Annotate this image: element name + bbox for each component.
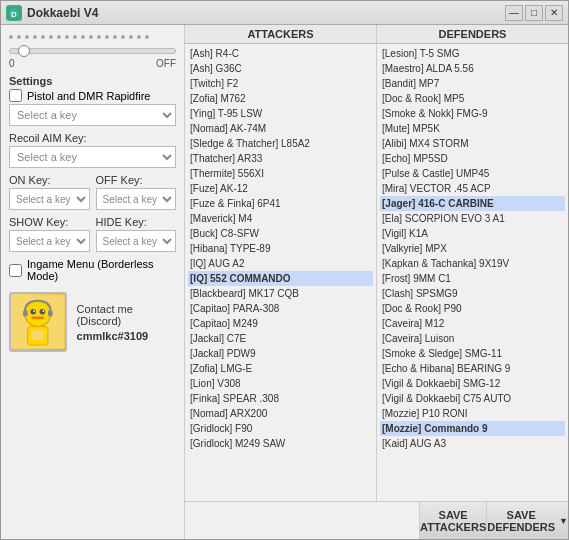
- slider-dots: [9, 33, 176, 41]
- attackers-list-item[interactable]: [Capitao] M249: [188, 316, 373, 331]
- attackers-list-item[interactable]: [Lion] V308: [188, 376, 373, 391]
- attackers-list-item[interactable]: [Twitch] F2: [188, 76, 373, 91]
- svg-point-3: [25, 301, 51, 327]
- attackers-list-item[interactable]: [Ash] G36C: [188, 61, 373, 76]
- attackers-list-item[interactable]: [Blackbeard] MK17 CQB: [188, 286, 373, 301]
- attackers-list-item[interactable]: [Jackal] PDW9: [188, 346, 373, 361]
- attackers-list-item[interactable]: [Gridlock] F90: [188, 421, 373, 436]
- main-window: D Dokkaebi V4 — □ ✕: [0, 0, 569, 540]
- on-key-select[interactable]: Select a key: [9, 188, 90, 210]
- attackers-list-item[interactable]: [Ying] T-95 LSW: [188, 106, 373, 121]
- slider-max: OFF: [156, 58, 176, 69]
- attackers-list-item[interactable]: [Gridlock] M249 SAW: [188, 436, 373, 451]
- borderless-checkbox[interactable]: [9, 264, 22, 277]
- attackers-list-item[interactable]: [Finka] SPEAR .308: [188, 391, 373, 406]
- contact-section: Contact me (Discord) cmmlkc#3109: [77, 303, 176, 342]
- main-content: 0 OFF Settings Pistol and DMR Rapidfire …: [1, 25, 568, 539]
- recoil-aim-select[interactable]: Select a key: [9, 146, 176, 168]
- save-defenders-button[interactable]: SAVE DEFENDERS ▼: [487, 502, 568, 539]
- defenders-list-item[interactable]: [Caveira] Luison: [380, 331, 565, 346]
- hide-key-select[interactable]: Select a key: [96, 230, 177, 252]
- defenders-list-item[interactable]: [Pulse & Castle] UMP45: [380, 166, 565, 181]
- attackers-list-item[interactable]: [Nomad] AK-74M: [188, 121, 373, 136]
- defenders-list-item[interactable]: [Echo & Hibana] BEARING 9: [380, 361, 565, 376]
- attackers-list-item[interactable]: [Zofia] LMG-E: [188, 361, 373, 376]
- dropdown-arrow-icon[interactable]: ▼: [559, 516, 568, 526]
- contact-username: cmmlkc#3109: [77, 330, 176, 342]
- defenders-list-item[interactable]: [Mozzie] Commando 9: [380, 421, 565, 436]
- defenders-list-item[interactable]: [Frost] 9MM C1: [380, 271, 565, 286]
- attackers-list-item[interactable]: [Zofia] M762: [188, 91, 373, 106]
- attackers-list-item[interactable]: [Capitao] PARA-308: [188, 301, 373, 316]
- title-bar: D Dokkaebi V4 — □ ✕: [1, 1, 568, 25]
- defenders-list-item[interactable]: [Kapkan & Tachanka] 9X19V: [380, 256, 565, 271]
- right-panel: ATTACKERS [Ash] R4-C[Ash] G36C[Twitch] F…: [185, 25, 568, 539]
- defenders-list-item[interactable]: [Echo] MP5SD: [380, 151, 565, 166]
- svg-rect-10: [48, 310, 53, 316]
- attackers-list-item[interactable]: [Thatcher] AR33: [188, 151, 373, 166]
- bottom-bar: SAVE ATTACKERS SAVE DEFENDERS ▼: [185, 501, 568, 539]
- minimize-button[interactable]: —: [505, 5, 523, 21]
- off-key-select[interactable]: Select a key: [96, 188, 177, 210]
- defenders-list-item[interactable]: [Clash] SPSMG9: [380, 286, 565, 301]
- dot-1: [9, 35, 13, 39]
- defenders-list-item[interactable]: [Caveira] M12: [380, 316, 565, 331]
- dot-6: [49, 35, 53, 39]
- defenders-list-item[interactable]: [Ela] SCORPION EVO 3 A1: [380, 211, 565, 226]
- defenders-list-item[interactable]: [Valkyrie] MPX: [380, 241, 565, 256]
- contact-discord-label: Contact me (Discord): [77, 303, 176, 327]
- left-panel: 0 OFF Settings Pistol and DMR Rapidfire …: [1, 25, 185, 539]
- defenders-list-item[interactable]: [Vigil & Dokkaebi] C75 AUTO: [380, 391, 565, 406]
- show-key-select[interactable]: Select a key: [9, 230, 90, 252]
- defenders-list-item[interactable]: [Vigil & Dokkaebi] SMG-12: [380, 376, 565, 391]
- defenders-list-item[interactable]: [Doc & Rook] P90: [380, 301, 565, 316]
- slider-container: 0 OFF: [9, 44, 176, 69]
- avatar: [9, 292, 67, 352]
- attackers-list-item[interactable]: [Fuze] AK-12: [188, 181, 373, 196]
- select-key-pistol[interactable]: Select a key: [9, 104, 176, 126]
- lists-area: ATTACKERS [Ash] R4-C[Ash] G36C[Twitch] F…: [185, 25, 568, 501]
- defenders-list-item[interactable]: [Mira] VECTOR .45 ACP: [380, 181, 565, 196]
- attackers-list-item[interactable]: [Ash] R4-C: [188, 46, 373, 61]
- defenders-list-item[interactable]: [Maestro] ALDA 5.56: [380, 61, 565, 76]
- save-attackers-button[interactable]: SAVE ATTACKERS: [420, 502, 487, 539]
- defenders-list[interactable]: [Lesion] T-5 SMG[Maestro] ALDA 5.56[Band…: [377, 44, 568, 501]
- attackers-list-item[interactable]: [Fuze & Finka] 6P41: [188, 196, 373, 211]
- close-button[interactable]: ✕: [545, 5, 563, 21]
- attackers-list-item[interactable]: [Nomad] ARX200: [188, 406, 373, 421]
- slider-section: 0 OFF: [9, 33, 176, 69]
- attackers-list-item[interactable]: [IQ] 552 COMMANDO: [188, 271, 373, 286]
- defenders-list-item[interactable]: [Vigil] K1A: [380, 226, 565, 241]
- defenders-list-item[interactable]: [Alibi] MX4 STORM: [380, 136, 565, 151]
- attackers-list-item[interactable]: [Buck] C8-SFW: [188, 226, 373, 241]
- bottom-left-spacer: [185, 502, 420, 539]
- attackers-list-item[interactable]: [Thermite] 556XI: [188, 166, 373, 181]
- attackers-list-item[interactable]: [Hibana] TYPE-89: [188, 241, 373, 256]
- defenders-list-item[interactable]: [Mute] MP5K: [380, 121, 565, 136]
- slider-min: 0: [9, 58, 15, 69]
- attackers-list[interactable]: [Ash] R4-C[Ash] G36C[Twitch] F2[Zofia] M…: [185, 44, 376, 501]
- defenders-list-item[interactable]: [Doc & Rook] MP5: [380, 91, 565, 106]
- dot-10: [81, 35, 85, 39]
- defenders-list-item[interactable]: [Mozzie] P10 RONI: [380, 406, 565, 421]
- defenders-list-item[interactable]: [Lesion] T-5 SMG: [380, 46, 565, 61]
- bottom-right-buttons: SAVE ATTACKERS SAVE DEFENDERS ▼: [420, 502, 568, 539]
- defenders-list-item[interactable]: [Smoke & Nokk] FMG-9: [380, 106, 565, 121]
- borderless-row: Ingame Menu (Borderless Mode): [9, 258, 176, 282]
- off-key-group: OFF Key: Select a key: [96, 174, 177, 210]
- maximize-button[interactable]: □: [525, 5, 543, 21]
- attackers-list-item[interactable]: [Maverick] M4: [188, 211, 373, 226]
- pistol-dmr-checkbox[interactable]: [9, 89, 22, 102]
- defenders-list-item[interactable]: [Bandit] MP7: [380, 76, 565, 91]
- attackers-list-item[interactable]: [IQ] AUG A2: [188, 256, 373, 271]
- slider-thumb[interactable]: [18, 45, 30, 57]
- window-title: Dokkaebi V4: [27, 6, 98, 20]
- attackers-list-item[interactable]: [Jackal] C7E: [188, 331, 373, 346]
- defenders-list-item[interactable]: [Kaid] AUG A3: [380, 436, 565, 451]
- attackers-list-item[interactable]: [Sledge & Thatcher] L85A2: [188, 136, 373, 151]
- slider-track[interactable]: [9, 48, 176, 54]
- avatar-section: Contact me (Discord) cmmlkc#3109: [9, 292, 176, 352]
- defenders-list-item[interactable]: [Smoke & Sledge] SMG-11: [380, 346, 565, 361]
- svg-rect-12: [31, 330, 44, 339]
- defenders-list-item[interactable]: [Jager] 416-C CARBINE: [380, 196, 565, 211]
